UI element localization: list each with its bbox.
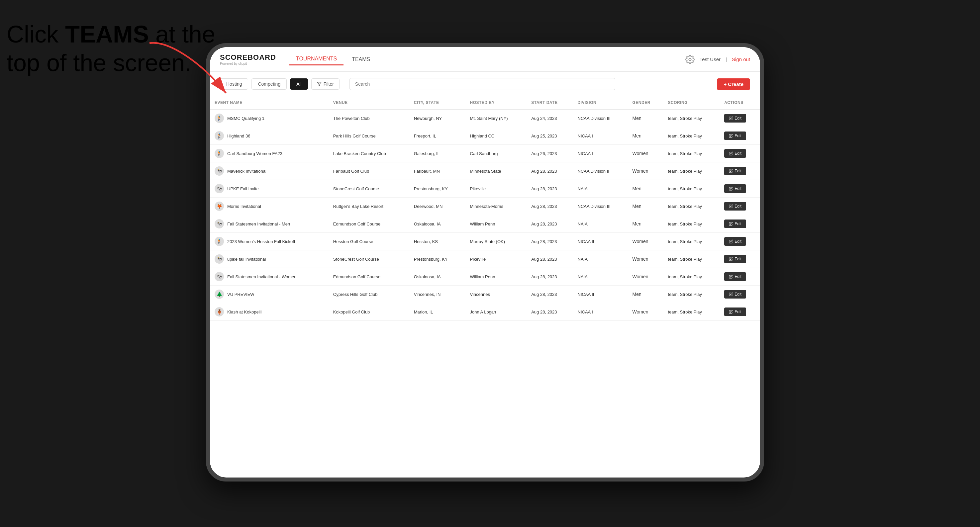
- edit-button[interactable]: Edit: [724, 290, 746, 298]
- cell-scoring: team, Stroke Play: [663, 215, 720, 233]
- cell-start-date: Aug 24, 2023: [527, 109, 573, 127]
- competing-button[interactable]: Competing: [251, 78, 287, 90]
- cell-gender: Men: [628, 215, 663, 233]
- cell-city-state: Faribault, MN: [409, 162, 465, 180]
- edit-button[interactable]: Edit: [724, 167, 746, 175]
- search-input[interactable]: [350, 78, 615, 90]
- edit-icon: [729, 151, 733, 156]
- all-button[interactable]: All: [290, 78, 308, 90]
- table-row: 🏌️ Carl Sandburg Women FA23 Lake Bracken…: [210, 145, 760, 162]
- team-logo: 🐄: [215, 167, 224, 176]
- settings-icon[interactable]: [685, 55, 695, 64]
- edit-button[interactable]: Edit: [724, 149, 746, 158]
- cell-division: NICAA II: [573, 286, 628, 303]
- edit-icon: [729, 169, 733, 173]
- cell-start-date: Aug 28, 2023: [527, 251, 573, 268]
- edit-button[interactable]: Edit: [724, 184, 746, 193]
- cell-gender: Women: [628, 251, 663, 268]
- signout-link[interactable]: Sign out: [732, 56, 750, 62]
- edit-icon: [729, 310, 733, 314]
- table-row: 🏌️ Highland 36 Park Hills Golf Course Fr…: [210, 127, 760, 145]
- cell-event-name: 🏌️ 2023 Women's Hesston Fall Kickoff: [210, 233, 329, 251]
- cell-event-name: 🏌️ MSMC Qualifying 1: [210, 109, 329, 127]
- cell-city-state: Galesburg, IL: [409, 145, 465, 162]
- cell-event-name: 🌲 VU PREVIEW: [210, 286, 329, 303]
- table-row: 🦊 Morris Invitational Ruttger's Bay Lake…: [210, 198, 760, 215]
- cell-gender: Women: [628, 145, 663, 162]
- cell-hosted-by: Highland CC: [465, 127, 527, 145]
- cell-venue: Lake Bracken Country Club: [329, 145, 409, 162]
- cell-actions: Edit: [719, 127, 760, 145]
- team-logo: 🌲: [215, 290, 224, 299]
- cell-hosted-by: Mt. Saint Mary (NY): [465, 109, 527, 127]
- cell-hosted-by: Vincennes: [465, 286, 527, 303]
- edit-icon: [729, 240, 733, 243]
- search-box: [350, 78, 615, 90]
- nav-teams[interactable]: TEAMS: [345, 54, 377, 65]
- cell-event-name: 🐄 Fall Statesmen Invitational - Women: [210, 268, 329, 286]
- cell-hosted-by: William Penn: [465, 268, 527, 286]
- team-logo: 🏌️: [215, 149, 224, 158]
- col-division: DIVISION: [573, 96, 628, 109]
- edit-button[interactable]: Edit: [724, 219, 746, 228]
- toolbar: Hosting Competing All Filter + Create: [210, 72, 760, 96]
- cell-actions: Edit: [719, 251, 760, 268]
- nav-tournaments[interactable]: TOURNAMENTS: [290, 53, 344, 65]
- cell-event-name: 🏌️ Carl Sandburg Women FA23: [210, 145, 329, 162]
- edit-button[interactable]: Edit: [724, 272, 746, 281]
- edit-button[interactable]: Edit: [724, 255, 746, 264]
- edit-icon: [729, 134, 733, 138]
- cell-scoring: team, Stroke Play: [663, 145, 720, 162]
- cell-city-state: Oskaloosa, IA: [409, 215, 465, 233]
- event-name: Highland 36: [227, 133, 250, 138]
- event-name: Fall Statesmen Invitational - Women: [227, 274, 297, 279]
- cell-gender: Men: [628, 286, 663, 303]
- col-actions: ACTIONS: [719, 96, 760, 109]
- header-right: Test User | Sign out: [685, 55, 750, 64]
- cell-city-state: Oskaloosa, IA: [409, 268, 465, 286]
- cell-venue: StoneCrest Golf Course: [329, 251, 409, 268]
- cell-division: NICAA I: [573, 145, 628, 162]
- cell-city-state: Vincennes, IN: [409, 286, 465, 303]
- create-button[interactable]: + Create: [717, 78, 750, 90]
- cell-hosted-by: Minnesota-Morris: [465, 198, 527, 215]
- edit-button[interactable]: Edit: [724, 237, 746, 246]
- edit-button[interactable]: Edit: [724, 114, 746, 122]
- cell-start-date: Aug 28, 2023: [527, 286, 573, 303]
- table-row: 🐄 UPKE Fall Invite StoneCrest Golf Cours…: [210, 180, 760, 198]
- cell-start-date: Aug 28, 2023: [527, 303, 573, 321]
- team-logo: 🏌️: [215, 114, 224, 123]
- cell-venue: The Powelton Club: [329, 109, 409, 127]
- cell-gender: Women: [628, 268, 663, 286]
- edit-button[interactable]: Edit: [724, 132, 746, 140]
- cell-scoring: team, Stroke Play: [663, 303, 720, 321]
- cell-division: NICAA I: [573, 303, 628, 321]
- hosting-button[interactable]: Hosting: [220, 78, 248, 90]
- main-nav: TOURNAMENTS TEAMS: [290, 53, 377, 65]
- cell-hosted-by: Murray State (OK): [465, 233, 527, 251]
- cell-actions: Edit: [719, 145, 760, 162]
- col-start-date: START DATE: [527, 96, 573, 109]
- cell-hosted-by: John A Logan: [465, 303, 527, 321]
- table-row: 🐄 Maverick Invitational Faribault Golf C…: [210, 162, 760, 180]
- event-name: Klash at Kokopelli: [227, 310, 261, 314]
- edit-button[interactable]: Edit: [724, 202, 746, 211]
- cell-actions: Edit: [719, 109, 760, 127]
- cell-city-state: Deerwood, MN: [409, 198, 465, 215]
- filter-button[interactable]: Filter: [311, 78, 339, 90]
- cell-scoring: team, Stroke Play: [663, 286, 720, 303]
- cell-city-state: Hesston, KS: [409, 233, 465, 251]
- cell-actions: Edit: [719, 162, 760, 180]
- logo-sub: Powered by clippit: [220, 62, 276, 65]
- cell-city-state: Marion, IL: [409, 303, 465, 321]
- table-row: 🏺 Klash at Kokopelli Kokopelli Golf Club…: [210, 303, 760, 321]
- event-name: Carl Sandburg Women FA23: [227, 151, 282, 156]
- cell-scoring: team, Stroke Play: [663, 268, 720, 286]
- cell-division: NCAA Division III: [573, 198, 628, 215]
- col-venue: VENUE: [329, 96, 409, 109]
- edit-button[interactable]: Edit: [724, 308, 746, 316]
- cell-start-date: Aug 28, 2023: [527, 215, 573, 233]
- cell-scoring: team, Stroke Play: [663, 180, 720, 198]
- cell-event-name: 🦊 Morris Invitational: [210, 198, 329, 215]
- tablet-screen: SCOREBOARD Powered by clippit TOURNAMENT…: [210, 47, 760, 478]
